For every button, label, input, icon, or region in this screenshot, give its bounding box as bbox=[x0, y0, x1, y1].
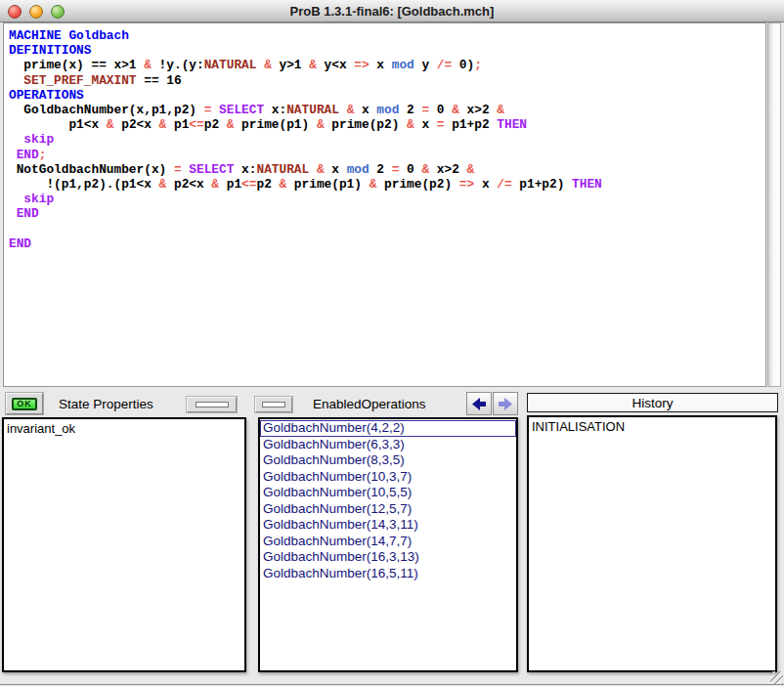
history-forward-button[interactable] bbox=[493, 392, 518, 415]
right-arrow-icon bbox=[498, 397, 513, 411]
list-item[interactable]: invariant_ok bbox=[4, 421, 244, 438]
code-line bbox=[9, 221, 765, 236]
code-line: skip bbox=[9, 132, 765, 147]
list-item[interactable]: GoldbachNumber(14,3,11) bbox=[260, 517, 516, 534]
minimize-button[interactable] bbox=[29, 5, 43, 19]
list-item[interactable]: GoldbachNumber(12,5,7) bbox=[260, 501, 516, 518]
code-line: END bbox=[9, 206, 765, 221]
code-line: NotGoldbachNumber(x) = SELECT x:NATURAL … bbox=[9, 162, 765, 177]
list-item[interactable]: GoldbachNumber(16,3,13) bbox=[260, 549, 516, 566]
code-line: END; bbox=[9, 148, 765, 162]
close-button[interactable] bbox=[8, 5, 22, 19]
list-item[interactable]: GoldbachNumber(10,3,7) bbox=[260, 469, 516, 486]
code-lines: MACHINE GoldbachDEFINITIONS prime(x) == … bbox=[4, 23, 765, 251]
traffic-lights bbox=[8, 5, 65, 19]
list-item[interactable]: GoldbachNumber(16,5,11) bbox=[260, 566, 516, 582]
code-line: END bbox=[9, 236, 765, 251]
resize-grip[interactable] bbox=[770, 671, 783, 684]
list-item[interactable]: GoldbachNumber(10,5,5) bbox=[260, 485, 516, 501]
zoom-button[interactable] bbox=[51, 5, 65, 19]
list-item[interactable]: INITIALISATION bbox=[529, 419, 775, 436]
code-line: GoldbachNumber(x,p1,p2) = SELECT x:NATUR… bbox=[9, 103, 765, 117]
blank-button-2-inner bbox=[262, 402, 285, 407]
enabled-operations-label: EnabledOperations bbox=[313, 397, 426, 411]
code-line: prime(x) == x>1 & !y.(y:NATURAL & y>1 & … bbox=[9, 58, 765, 72]
code-editor[interactable]: MACHINE GoldbachDEFINITIONS prime(x) == … bbox=[3, 22, 766, 387]
code-line: MACHINE Goldbach bbox=[9, 28, 765, 43]
enabled-operations-list[interactable]: GoldbachNumber(4,2,2)GoldbachNumber(6,3,… bbox=[258, 417, 518, 672]
ok-indicator[interactable]: OK bbox=[6, 393, 43, 414]
list-item[interactable]: GoldbachNumber(14,7,7) bbox=[260, 534, 516, 550]
code-line: DEFINITIONS bbox=[9, 43, 765, 58]
history-list[interactable]: INITIALISATION bbox=[527, 415, 777, 672]
state-properties-list[interactable]: invariant_ok bbox=[2, 417, 246, 672]
window-title: ProB 1.3.1-final6: [Goldbach.mch] bbox=[290, 4, 495, 19]
ok-indicator-label: OK bbox=[12, 398, 37, 410]
list-item[interactable]: GoldbachNumber(4,2,2) bbox=[260, 420, 516, 437]
history-header: History bbox=[527, 393, 778, 412]
prob-window: { "window": { "title": "ProB 1.3.1-final… bbox=[0, 0, 784, 686]
blank-button-1[interactable] bbox=[187, 397, 237, 412]
title-bar: ProB 1.3.1-final6: [Goldbach.mch] bbox=[0, 0, 784, 22]
blank-button-2[interactable] bbox=[255, 397, 292, 412]
code-line: SET_PREF_MAXINT == 16 bbox=[9, 73, 765, 88]
list-item[interactable]: GoldbachNumber(6,3,3) bbox=[260, 437, 516, 453]
history-label: History bbox=[632, 396, 673, 410]
code-line: p1<x & p2<x & p1<=p2 & prime(p1) & prime… bbox=[9, 117, 765, 132]
state-properties-label: State Properties bbox=[59, 397, 153, 411]
blank-button-1-inner bbox=[196, 402, 229, 407]
history-back-button[interactable] bbox=[466, 392, 492, 415]
list-item[interactable]: GoldbachNumber(8,3,5) bbox=[260, 452, 516, 469]
editor-scrollbar[interactable] bbox=[767, 22, 781, 387]
left-arrow-icon bbox=[471, 397, 487, 411]
window-bottom-edge bbox=[0, 684, 784, 685]
code-line: skip bbox=[9, 192, 765, 206]
code-line: !(p1,p2).(p1<x & p2<x & p1<=p2 & prime(p… bbox=[9, 177, 765, 192]
code-line: OPERATIONS bbox=[9, 88, 765, 103]
